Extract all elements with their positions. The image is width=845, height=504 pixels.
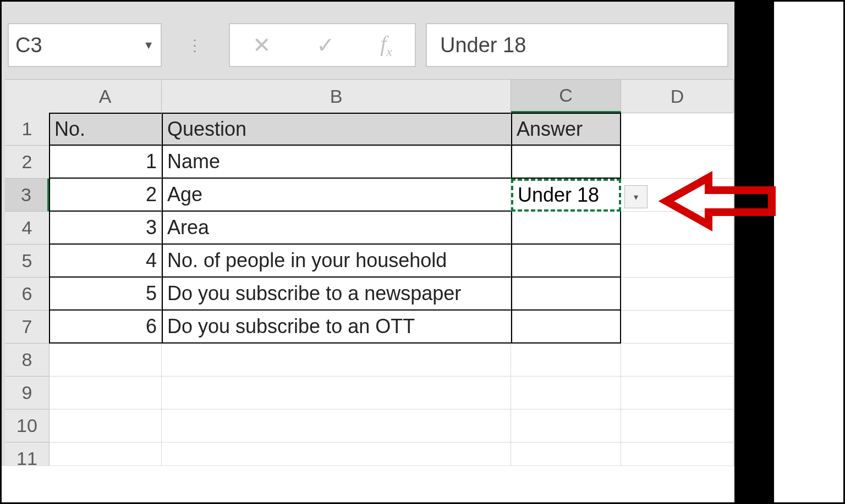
accept-icon[interactable]: ✓	[316, 32, 335, 58]
formula-bar: C3 ▼ ⋮ ✕ ✓ fx Under 18	[8, 23, 728, 67]
cell-D5[interactable]	[621, 245, 734, 278]
column-header-B[interactable]: B	[162, 80, 511, 113]
cell-C7[interactable]	[511, 311, 621, 344]
spreadsheet-grid: ABCD 1234567891011 No.QuestionAnswer1Nam…	[5, 79, 734, 466]
row-header-9[interactable]: 9	[5, 376, 49, 409]
cell-A4[interactable]: 3	[49, 212, 162, 245]
cell-A2[interactable]: 1	[49, 146, 162, 179]
selected-cell[interactable]: Under 18	[511, 179, 621, 212]
cell-C4[interactable]	[511, 212, 621, 245]
cell-A3[interactable]: 2	[49, 179, 162, 212]
row-headers: 1234567891011	[5, 113, 50, 466]
name-box-value: C3	[15, 34, 42, 57]
row-header-4[interactable]: 4	[5, 212, 49, 245]
row-header-6[interactable]: 6	[5, 278, 49, 311]
cell-C2[interactable]	[511, 146, 621, 179]
formula-bar-text: Under 18	[440, 34, 526, 57]
cell-C8[interactable]	[511, 344, 621, 376]
row-header-3[interactable]: 3	[5, 179, 49, 212]
row-header-1[interactable]: 1	[5, 113, 49, 146]
cell-D10[interactable]	[621, 409, 734, 442]
column-header-C[interactable]: C	[511, 80, 621, 113]
cell-B7[interactable]: Do you subscribe to an OTT	[162, 311, 511, 344]
cell-B1[interactable]: Question	[162, 113, 511, 146]
cell-A9[interactable]	[49, 376, 162, 409]
cell-A1[interactable]: No.	[49, 113, 162, 146]
row-header-2[interactable]: 2	[5, 146, 49, 179]
cell-C9[interactable]	[511, 376, 621, 409]
row-header-8[interactable]: 8	[5, 344, 49, 376]
cell-B2[interactable]: Name	[162, 146, 511, 179]
cell-C1[interactable]: Answer	[511, 113, 621, 146]
cell-B3[interactable]: Age	[162, 179, 511, 212]
cell-B10[interactable]	[162, 409, 511, 442]
cell-B9[interactable]	[162, 376, 511, 409]
formula-bar-input[interactable]: Under 18	[426, 23, 728, 67]
column-headers: ABCD	[5, 80, 734, 113]
cell-D9[interactable]	[621, 376, 734, 409]
cancel-icon[interactable]: ✕	[253, 32, 271, 58]
column-header-A[interactable]: A	[49, 80, 162, 113]
cell-A7[interactable]: 6	[49, 311, 162, 344]
row-header-10[interactable]: 10	[5, 409, 49, 442]
cell-D8[interactable]	[621, 344, 734, 376]
cell-B5[interactable]: No. of people in your household	[162, 245, 511, 278]
right-edge	[734, 2, 774, 502]
name-box[interactable]: C3 ▼	[8, 23, 162, 67]
row-header-7[interactable]: 7	[5, 311, 49, 344]
cell-B6[interactable]: Do you subscribe to a newspaper	[162, 278, 511, 311]
cell-B4[interactable]: Area	[162, 212, 511, 245]
bottom-area	[2, 466, 734, 502]
cell-A10[interactable]	[49, 409, 162, 442]
cell-A5[interactable]: 4	[49, 245, 162, 278]
cell-A6[interactable]: 5	[49, 278, 162, 311]
cell-B8[interactable]	[162, 344, 511, 376]
fx-icon[interactable]: fx	[380, 31, 392, 59]
dropdown-button[interactable]: ▾	[624, 185, 648, 208]
cell-D6[interactable]	[621, 278, 734, 311]
row-header-5[interactable]: 5	[5, 245, 49, 278]
cell-D2[interactable]	[621, 146, 734, 179]
cell-D4[interactable]	[621, 212, 734, 245]
chevron-down-icon[interactable]: ▼	[143, 39, 154, 52]
cell-C10[interactable]	[511, 409, 621, 442]
cell-D1[interactable]	[621, 113, 734, 146]
cell-A8[interactable]	[49, 344, 162, 376]
formula-bar-buttons: ✕ ✓ fx	[229, 23, 416, 67]
cell-D7[interactable]	[621, 311, 734, 344]
cell-C5[interactable]	[511, 245, 621, 278]
column-header-D[interactable]: D	[621, 80, 734, 113]
cell-area[interactable]: No.QuestionAnswer1Name2AgeUnder 183Area4…	[49, 113, 734, 466]
drag-handle-icon[interactable]: ⋮	[184, 23, 206, 67]
cell-C6[interactable]	[511, 278, 621, 311]
